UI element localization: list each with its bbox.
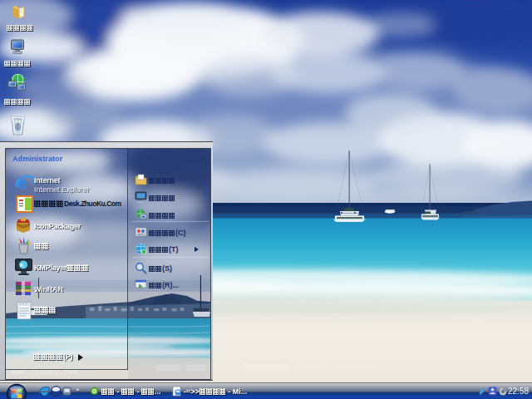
svg-text:K: K — [20, 263, 24, 268]
